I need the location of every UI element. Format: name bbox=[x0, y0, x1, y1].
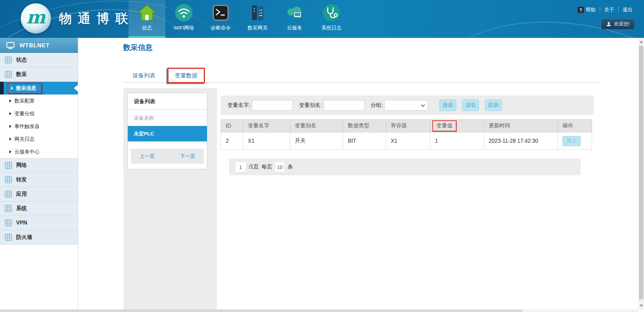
sidebar-subitem-dc-info[interactable]: 数采信息 bbox=[0, 82, 78, 95]
table-header-row: ID 变量名字 变量别名 数据类型 寄存器 变量值 更新时间 操作 bbox=[221, 120, 592, 132]
cell-id: 2 bbox=[221, 132, 243, 150]
group-label: 分组: bbox=[371, 102, 383, 109]
page-title: 数采信息 bbox=[123, 43, 153, 53]
page-number-input[interactable] bbox=[235, 162, 246, 172]
col-variable-value: 变量值 bbox=[430, 120, 484, 132]
page-total-label: /1页 bbox=[249, 164, 259, 171]
col-variable-name: 变量名字 bbox=[243, 120, 290, 132]
tabs: 设备列表 变量数据 bbox=[128, 68, 205, 83]
vertical-scroll-thumb[interactable] bbox=[639, 46, 643, 299]
welcome-badge[interactable]: 欢迎您! bbox=[601, 19, 635, 29]
variable-alias-label: 变量别名: bbox=[299, 102, 322, 109]
logout-link[interactable]: 退出 bbox=[618, 7, 637, 13]
horizontal-scroll-thumb[interactable] bbox=[0, 309, 522, 312]
sidebar-title: WTBLNET bbox=[0, 38, 78, 53]
sidebar-subitem-dc-config[interactable]: 数采配置 bbox=[0, 95, 78, 107]
sidebar-item-label: 防火墙 bbox=[16, 234, 32, 241]
caret-right-icon bbox=[9, 137, 11, 141]
vertical-scrollbar bbox=[638, 38, 644, 309]
variable-name-input[interactable] bbox=[252, 100, 293, 111]
sidebar-subitem-label: 事件触发器 bbox=[14, 123, 40, 130]
sidebar-item-status[interactable]: 状态 bbox=[0, 53, 78, 67]
sidebar-subitem-cloud-center[interactable]: 云服务中心 bbox=[0, 145, 78, 158]
sidebar-item-vpn[interactable]: VPN bbox=[0, 216, 78, 230]
grid-icon bbox=[5, 162, 12, 169]
nav-item-gateway[interactable]: 数采网关 bbox=[239, 0, 276, 38]
tab-device-list[interactable]: 设备列表 bbox=[128, 72, 159, 79]
caret-right-icon bbox=[9, 150, 11, 153]
cloud-icon bbox=[285, 3, 304, 22]
horizontal-scrollbar bbox=[0, 309, 638, 312]
sidebar-subitem-event-triggers[interactable]: 事件触发器 bbox=[0, 120, 78, 133]
main-content: 数采信息 设备列表 变量数据 设备列表 设备名称 永宏PLC 上一页 下一页 bbox=[78, 38, 638, 309]
cell-variable-alias: 开关 bbox=[290, 132, 343, 150]
sidebar-item-forwarding[interactable]: 转发 bbox=[0, 173, 78, 187]
annotation-box-sidebar: 数采信息 bbox=[7, 83, 42, 94]
sidebar-item-label: 转发 bbox=[16, 176, 27, 183]
selected-arrow-icon bbox=[74, 85, 78, 91]
scroll-up-arrow[interactable] bbox=[638, 39, 644, 45]
tab-variable-data[interactable]: 变量数据 bbox=[168, 69, 204, 82]
top-header: m 物通博联 状态 WIFI网络 诊断命令 bbox=[0, 0, 644, 38]
sidebar-item-system[interactable]: 系统 bbox=[0, 201, 78, 216]
wifi-icon bbox=[174, 3, 193, 22]
about-link[interactable]: 关于 bbox=[600, 7, 618, 13]
search-button[interactable]: 搜索 bbox=[439, 100, 456, 111]
terminal-icon bbox=[211, 3, 230, 22]
annotation-box-value-header: 变量值 bbox=[432, 120, 457, 131]
sidebar-subitem-label: 变量分组 bbox=[14, 111, 35, 117]
prev-page-link[interactable]: 上一页 bbox=[140, 153, 155, 160]
sidebar-item-firewall[interactable]: 防火墙 bbox=[0, 230, 78, 245]
sidebar-item-applications[interactable]: 应用 bbox=[0, 187, 78, 201]
cell-variable-value: 1 bbox=[430, 132, 484, 150]
caret-right-icon bbox=[9, 125, 11, 128]
device-row-yonghong-plc[interactable]: 永宏PLC bbox=[128, 126, 207, 141]
read-button[interactable]: 读取 bbox=[462, 100, 479, 111]
refresh-button[interactable]: 刷新 bbox=[485, 100, 502, 111]
col-variable-alias: 变量别名 bbox=[290, 120, 343, 132]
variable-data-panel: 变量名字: 变量别名: 分组: 搜索 读取 刷新 bbox=[221, 96, 594, 175]
col-register: 寄存器 bbox=[386, 120, 430, 132]
col-actions: 操作 bbox=[558, 120, 592, 132]
sidebar-item-label: VPN bbox=[16, 220, 27, 226]
group-select[interactable] bbox=[384, 100, 428, 111]
annotation-box-tab: 变量数据 bbox=[167, 68, 205, 83]
help-link[interactable]: ? 帮助 bbox=[574, 7, 600, 13]
cell-actions: 写入 bbox=[558, 132, 592, 150]
scroll-down-arrow[interactable] bbox=[638, 303, 644, 309]
caret-right-icon bbox=[11, 86, 13, 90]
nav-item-syslog[interactable]: 系统日志 bbox=[313, 0, 350, 38]
caret-right-icon bbox=[9, 112, 11, 115]
grid-icon bbox=[5, 205, 12, 212]
chevron-down-icon bbox=[421, 104, 425, 107]
grid-icon bbox=[5, 190, 12, 198]
next-page-link[interactable]: 下一页 bbox=[180, 153, 195, 160]
sidebar-subitem-gateway-logs[interactable]: 网关日志 bbox=[0, 133, 78, 145]
grid-icon bbox=[5, 71, 12, 78]
sidebar-subitem-variable-groups[interactable]: 变量分组 bbox=[0, 107, 78, 120]
gateway-icon bbox=[248, 3, 267, 22]
cell-variable-name: X1 bbox=[243, 132, 290, 150]
sidebar-item-data-collection[interactable]: 数采 bbox=[0, 67, 78, 82]
table-row: 2 X1 开关 BIT X1 1 2023-11-28 17:42:30 写入 bbox=[221, 132, 592, 150]
per-page-input[interactable] bbox=[275, 162, 285, 172]
device-list-card: 设备列表 设备名称 永宏PLC 上一页 下一页 bbox=[127, 93, 207, 169]
variable-alias-input[interactable] bbox=[324, 100, 365, 111]
nav-item-status[interactable]: 状态 bbox=[128, 0, 165, 38]
write-button[interactable]: 写入 bbox=[562, 136, 581, 146]
nav-label: WIFI网络 bbox=[173, 25, 194, 31]
sidebar-subitem-label: 数采配置 bbox=[14, 98, 35, 104]
arrow-down-icon bbox=[640, 305, 643, 307]
sidebar-item-network[interactable]: 网络 bbox=[0, 158, 78, 173]
variable-name-label: 变量名字: bbox=[227, 102, 250, 109]
stethoscope-icon bbox=[322, 3, 341, 22]
sidebar: WTBLNET 状态 数采 数采信息 数采配置 变量分组 bbox=[0, 38, 78, 309]
nav-item-cloud[interactable]: 云服务 bbox=[276, 0, 313, 38]
device-name-column-header: 设备名称 bbox=[128, 110, 207, 126]
arrow-up-icon bbox=[640, 41, 643, 43]
cell-data-type: BIT bbox=[343, 132, 386, 150]
nav-item-wifi[interactable]: WIFI网络 bbox=[165, 0, 202, 38]
sidebar-item-label: 应用 bbox=[16, 191, 27, 198]
filter-bar: 变量名字: 变量别名: 分组: 搜索 读取 刷新 bbox=[221, 96, 594, 115]
nav-item-diagnostics[interactable]: 诊断命令 bbox=[202, 0, 239, 38]
